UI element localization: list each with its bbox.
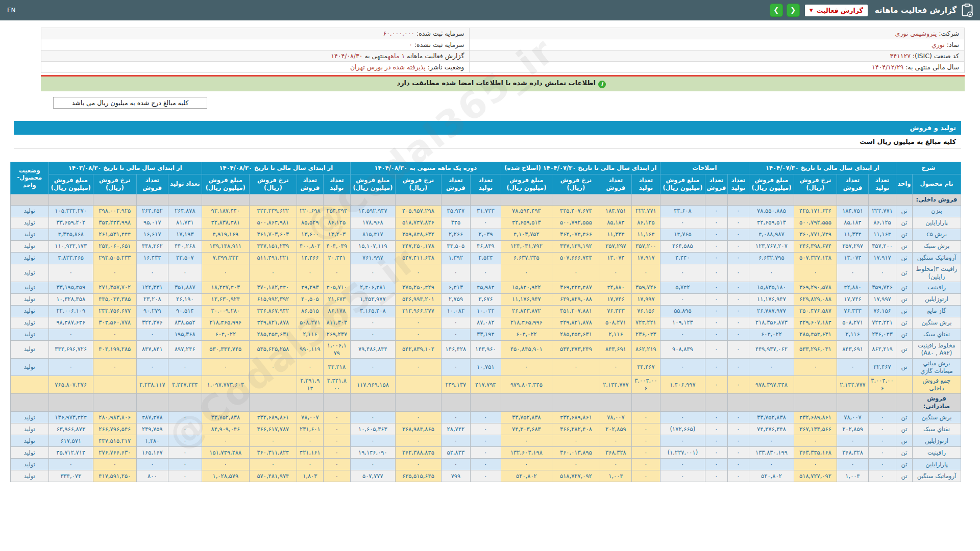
value-cell-g3-produced: ۳,۰۰۴,۰۰۶	[631, 376, 660, 394]
info-value: ۴۴۱۱۲۷	[890, 52, 911, 60]
value-cell-g5-rate: ۳۶۱,۷۰۳,۶۰۳	[249, 229, 297, 240]
product-name-cell: پارازایلین	[913, 217, 961, 229]
value-cell-g4-rate: ۳۶۲,۳۸۸,۸۴۵	[395, 447, 441, 459]
value-cell-g4-produced: ۱۰,۰۲۲	[470, 305, 501, 317]
value-cell-g1-amount: ۶۰۴,۰۲۲	[749, 329, 794, 340]
value-cell-g3-rate: ۳۵۱,۲۰۷,۸۸۱	[552, 305, 600, 317]
column-header-g2-produced: تعداد تولید	[727, 174, 749, 194]
section-empty-cell	[48, 194, 93, 205]
value-cell-g5-produced: ۸۶,۱۲۵	[323, 217, 350, 229]
value-cell-g3-sold: ۷۶,۴۳۳	[600, 305, 631, 317]
value-cell-g3-produced: ۳۲,۴۶۷	[631, 358, 660, 376]
value-cell-g3-amount: ۵۲۰,۸۰۲	[501, 470, 552, 482]
value-cell-g5-produced: ۲۱,۶۷۳	[323, 293, 350, 305]
value-cell-g3-rate: ۰	[552, 264, 600, 282]
info-cell-left: وضعیت ناشر: پذیرفته شده در بورس تهران	[41, 62, 470, 73]
report-type-dropdown[interactable]: گزارش فعالیت ▼	[805, 5, 868, 16]
value-cell-g3-rate: ۵۰۰,۷۹۲,۵۵۵	[552, 217, 600, 229]
value-cell-g1-amount: ۴۲,۶۵۹,۵۱۳	[749, 217, 794, 229]
next-report-button[interactable]: ❯	[770, 4, 783, 17]
section-empty-cell	[660, 194, 705, 205]
value-cell-g2-produced: ۰	[727, 459, 749, 470]
language-toggle-en[interactable]: EN	[7, 7, 16, 14]
value-cell-g5-sold: ۵۰۸,۲۷۱	[297, 317, 323, 329]
value-cell-g2-produced: ۰	[727, 293, 749, 305]
table-row: ارتوزایلینتن۰۰۰۰۰۰۰۰۰۰۰۰۰۰۰۰۰۰۰۰۱,۳۸۰۴۴۷…	[10, 435, 961, 447]
value-cell-g6-sold: ۱۶۵,۱۶۷	[136, 447, 168, 459]
status-cell: تولید	[10, 252, 48, 264]
value-cell-g3-produced: ۱۷,۹۹۷	[631, 293, 660, 305]
value-cell-g4-amount: ۷۶۱,۹۹۷	[350, 252, 395, 264]
value-cell-g5-amount: ۰	[202, 435, 249, 447]
value-cell-g5-amount: ۴,۹۱۹,۱۶۹	[202, 229, 249, 240]
value-cell-g2-sold: ۰	[705, 329, 727, 340]
product-name-cell: مخلوط رافینیت (A۸۰ , A۹۲)	[913, 340, 961, 358]
column-header-g1-rate: نرخ فروش (ریال)	[794, 174, 837, 194]
value-cell-g4-sold: ۲,۷۵۹	[441, 293, 470, 305]
unit-cell: تن	[896, 423, 912, 435]
product-name-cell: پارازایلین	[913, 459, 961, 470]
value-cell-g3-amount: ۴,۱۰۳,۷۵۲	[501, 229, 552, 240]
value-cell-g4-rate: ۰	[395, 329, 441, 340]
value-cell-g4-amount: ۰	[350, 459, 395, 470]
value-cell-g3-amount: ۷۸,۵۹۴,۴۹۳	[501, 205, 552, 217]
value-cell-g2-produced: ۰	[727, 217, 749, 229]
table-row: رافینیتتن۰۳۶۸,۳۲۸۳۶۳,۳۴۵,۱۶۸۱۳۳,۸۳۰,۱۹۹۰…	[10, 447, 961, 459]
section-empty-cell	[794, 394, 837, 412]
value-cell-g1-sold: ۸۵,۱۸۴	[837, 217, 868, 229]
status-cell	[10, 376, 48, 394]
product-name-cell: نفتاي سبک	[913, 423, 961, 435]
value-cell-g6-rate	[93, 376, 136, 394]
value-cell-g5-produced: ۸۱۱,۳۰۳	[323, 317, 350, 329]
value-cell-g5-rate: ۵۰۰,۸۶۴,۹۸۱	[249, 217, 297, 229]
value-cell-g4-produced: ۱۰,۷۵۱	[470, 358, 501, 376]
value-cell-g6-sold: ۰	[136, 329, 168, 340]
value-cell-g1-amount: ۰	[749, 264, 794, 282]
value-cell-g1-produced: ۳۵۹,۷۲۶	[868, 282, 896, 293]
value-cell-g4-rate: ۰	[395, 317, 441, 329]
value-cell-g1-produced: ۰	[868, 412, 896, 423]
value-cell-g1-produced: ۷۲۴,۲۲۱	[868, 317, 896, 329]
value-cell-g3-amount: ۲۶,۸۴۳,۸۷۲	[501, 305, 552, 317]
section-empty-cell	[749, 194, 794, 205]
value-cell-g1-produced: ۲۲۲,۷۷۱	[868, 205, 896, 217]
column-header-g5-produced: تعداد تولید	[323, 174, 350, 194]
value-cell-g5-rate	[249, 376, 297, 394]
value-cell-g1-rate: ۵۰۷,۳۲۷,۱۳۸	[794, 252, 837, 264]
value-cell-g5-amount: ۳۳,۷۵۲,۸۳۸	[202, 412, 249, 423]
value-cell-g2-produced: ۰	[727, 252, 749, 264]
value-cell-g3-rate: ۵۱۸,۷۲۷,۰۹۲	[552, 470, 600, 482]
column-header-g1-sold: تعداد فروش	[837, 174, 868, 194]
value-cell-g5-amount: ۱۳۹,۱۳۸,۹۱۱	[202, 240, 249, 252]
value-cell-g1-produced: ۳۲,۴۶۷	[868, 358, 896, 376]
value-cell-g3-sold: ۲۰۲,۸۵۹	[600, 423, 631, 435]
table-row: برش میاني میعانات گازيتن۳۲,۴۶۷۰۰۰۰۰۰۳۲,۴…	[10, 358, 961, 376]
section-empty-cell	[323, 394, 350, 412]
value-cell-g2-amount: (۱۷۲,۶۶۵)	[660, 423, 705, 435]
value-cell-g6-sold: ۴۸۷,۴۷۸	[136, 412, 168, 423]
section-empty-cell	[501, 194, 552, 205]
value-cell-g5-produced: ۲۵۴,۴۹۴	[323, 205, 350, 217]
value-cell-g6-produced: ۳,۲۲۷,۳۳۴	[168, 376, 202, 394]
section-empty-cell	[837, 194, 868, 205]
section-empty-cell	[794, 194, 837, 205]
value-cell-g4-amount: ۱۵,۱۰۷,۱۱۹	[350, 240, 395, 252]
info-value: نوري	[932, 41, 945, 48]
value-cell-g2-produced: ۰	[727, 317, 749, 329]
value-cell-g3-amount: ۲۱۸,۴۶۵,۹۹۶	[501, 317, 552, 329]
value-cell-g5-produced: ۱,۰۰۶,۱۷۹	[323, 340, 350, 358]
signed-info-notice: i اطلاعات نمایش داده شده با اطلاعات امضا…	[41, 75, 965, 91]
value-cell-g2-produced: ۰	[727, 376, 749, 394]
value-cell-g3-produced: ۰	[631, 435, 660, 447]
value-cell-g2-amount: ۰	[660, 459, 705, 470]
value-cell-g5-amount: ۰	[202, 264, 249, 282]
value-cell-g2-amount: ۵,۷۴۲	[660, 282, 705, 293]
value-cell-g6-amount: ۱۳۶,۹۷۳,۴۲۴	[48, 412, 93, 423]
value-cell-g5-sold: ۲۲۰,۶۹۸	[297, 205, 323, 217]
value-cell-g1-rate: ۳۶۷,۱۳۳,۵۶۶	[794, 423, 837, 435]
info-icon: i	[598, 81, 606, 88]
value-cell-g2-sold: ۰	[705, 317, 727, 329]
value-cell-g6-produced: ۰	[168, 264, 202, 282]
value-cell-g2-sold: ۰	[705, 358, 727, 376]
previous-report-button[interactable]: ❮	[787, 4, 800, 17]
